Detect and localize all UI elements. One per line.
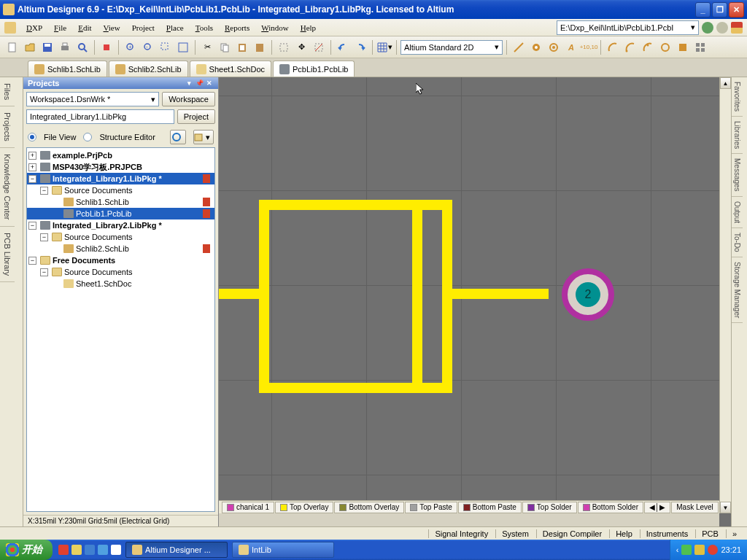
layer-tab-top-paste[interactable]: Top Paste bbox=[405, 502, 457, 513]
tray-icon[interactable] bbox=[694, 545, 705, 555]
path-combo[interactable]: E:\Dxp_Keil\IntLib\PcbLib1.PcbI▾ bbox=[557, 20, 699, 35]
open-button[interactable] bbox=[22, 39, 38, 55]
panel-header[interactable]: Projects ▾ 📌 ✕ bbox=[23, 77, 218, 89]
footer-tab-instruments[interactable]: Instruments bbox=[640, 529, 694, 538]
select-button[interactable] bbox=[276, 39, 292, 55]
menu-file[interactable]: File bbox=[48, 22, 72, 34]
side-tab-files[interactable]: Files bbox=[0, 77, 15, 106]
move-button[interactable]: ✥ bbox=[293, 39, 309, 55]
tree-expander[interactable]: − bbox=[28, 257, 36, 265]
place-fill-button[interactable] bbox=[675, 39, 691, 55]
close-button[interactable]: ✕ bbox=[729, 2, 744, 18]
mask-level-button[interactable]: Mask Level bbox=[671, 502, 719, 513]
pcb-canvas[interactable]: 2 chanical 1 Top Overlay Bottom Overlay … bbox=[219, 77, 731, 526]
clock[interactable]: 23:21 bbox=[721, 545, 741, 554]
tree-expander[interactable]: − bbox=[40, 187, 48, 195]
vertical-scrollbar[interactable]: ▲ ▼ bbox=[719, 77, 731, 513]
zoom-in-button[interactable]: + bbox=[123, 39, 139, 55]
copy-button[interactable] bbox=[217, 39, 233, 55]
tree-expander[interactable]: − bbox=[28, 175, 36, 183]
layer-tab-top-solder[interactable]: Top Solder bbox=[522, 502, 577, 513]
workspace-combo[interactable]: Workspace1.DsnWrk *▾ bbox=[26, 92, 159, 106]
tab-schlib2[interactable]: Schlib2.SchLib bbox=[109, 61, 188, 77]
side-tab-libraries[interactable]: Libraries bbox=[732, 117, 743, 154]
footer-tab-pcb[interactable]: PCB bbox=[695, 529, 724, 538]
tree-expander[interactable]: − bbox=[40, 268, 48, 276]
tree-expander[interactable]: − bbox=[28, 222, 36, 230]
menu-dxp[interactable]: DDXPXP bbox=[20, 22, 48, 34]
tree-row[interactable]: Schlib1.SchLib bbox=[27, 196, 214, 208]
side-tab-output[interactable]: Output bbox=[732, 197, 743, 228]
quick-launch-icon[interactable] bbox=[98, 545, 108, 555]
quick-launch-icon[interactable] bbox=[111, 545, 121, 555]
paste-button[interactable] bbox=[234, 39, 250, 55]
tray-icon[interactable] bbox=[708, 545, 718, 555]
radio-structure[interactable] bbox=[83, 133, 92, 141]
tree-row[interactable]: PcbLib1.PcbLib bbox=[27, 208, 214, 219]
quick-launch-icon[interactable] bbox=[85, 545, 95, 555]
layer-tab-mechanical[interactable]: chanical 1 bbox=[222, 502, 274, 513]
panel-close-icon[interactable]: ✕ bbox=[205, 79, 214, 88]
place-line-button[interactable] bbox=[511, 39, 527, 55]
minimize-button[interactable]: _ bbox=[695, 2, 711, 18]
start-button[interactable]: 开始 bbox=[0, 540, 53, 560]
place-arc-any-button[interactable] bbox=[640, 39, 656, 55]
app-menu-icon[interactable] bbox=[4, 22, 16, 34]
horizontal-scrollbar[interactable] bbox=[219, 513, 719, 526]
tree-row[interactable]: −Source Documents bbox=[27, 184, 214, 196]
save-button[interactable] bbox=[39, 39, 55, 55]
menu-place[interactable]: Place bbox=[160, 22, 190, 34]
place-array-button[interactable] bbox=[692, 39, 708, 55]
nav-back-icon[interactable] bbox=[702, 22, 713, 34]
zoom-fit-button[interactable] bbox=[175, 39, 191, 55]
tab-schlib1[interactable]: Schlib1.SchLib bbox=[28, 61, 107, 77]
view-mode-combo[interactable]: Altium Standard 2D▾ bbox=[400, 40, 503, 55]
side-tab-knowledge[interactable]: Knowledge Center bbox=[0, 148, 15, 227]
tree-expander[interactable]: − bbox=[40, 233, 48, 241]
tree-row[interactable]: −Integrated_Library2.LibPkg * bbox=[27, 219, 214, 231]
tree-row[interactable]: +example.PrjPcb bbox=[27, 149, 214, 161]
tree-row[interactable]: −Source Documents bbox=[27, 231, 214, 243]
radio-file-view[interactable] bbox=[28, 133, 36, 141]
project-tree[interactable]: +example.PrjPcb+MSP430学习板.PRJPCB−Integra… bbox=[26, 147, 215, 512]
tree-expander[interactable]: + bbox=[28, 152, 36, 160]
undo-button[interactable] bbox=[335, 39, 351, 55]
paste-special-button[interactable] bbox=[252, 39, 268, 55]
tab-sheet1[interactable]: Sheet1.SchDoc bbox=[190, 61, 271, 77]
home-icon[interactable] bbox=[731, 22, 743, 34]
project-button[interactable]: Project bbox=[177, 109, 215, 124]
place-via-button[interactable] bbox=[546, 39, 562, 55]
tray-icon[interactable] bbox=[681, 545, 692, 555]
component-button[interactable] bbox=[98, 39, 115, 55]
place-full-circle-button[interactable] bbox=[657, 39, 673, 55]
layer-nav[interactable]: ◀│▶ bbox=[644, 502, 670, 513]
menu-edit[interactable]: Edit bbox=[72, 22, 97, 34]
layer-tab-bottom-solder[interactable]: Bottom Solder bbox=[578, 502, 643, 513]
menu-project[interactable]: Project bbox=[126, 22, 160, 34]
footer-tab-help[interactable]: Help bbox=[609, 529, 638, 538]
redo-button[interactable] bbox=[352, 39, 368, 55]
grid-button[interactable]: ▾ bbox=[376, 39, 392, 55]
tree-row[interactable]: −Free Documents bbox=[27, 254, 214, 266]
place-pad-button[interactable] bbox=[528, 39, 544, 55]
layer-tab-bottom-overlay[interactable]: Bottom Overlay bbox=[334, 502, 404, 513]
menu-window[interactable]: Window bbox=[255, 22, 294, 34]
nav-fwd-icon[interactable] bbox=[716, 22, 728, 34]
panel-refresh-button[interactable] bbox=[170, 130, 186, 144]
side-tab-messages[interactable]: Messages bbox=[732, 154, 743, 197]
side-tab-storage[interactable]: Storage Manager bbox=[732, 257, 743, 323]
preview-button[interactable] bbox=[74, 39, 90, 55]
quick-launch-icon[interactable] bbox=[58, 545, 69, 555]
menu-view[interactable]: View bbox=[98, 22, 126, 34]
zoom-out-button[interactable]: - bbox=[140, 39, 156, 55]
panel-pin-icon[interactable]: 📌 bbox=[195, 79, 204, 88]
tree-row[interactable]: −Integrated_Library1.LibPkg * bbox=[27, 173, 214, 184]
workspace-button[interactable]: Workspace bbox=[162, 92, 215, 106]
menu-tools[interactable]: Tools bbox=[190, 22, 219, 34]
quick-launch-icon[interactable] bbox=[71, 545, 82, 555]
tree-row[interactable]: +MSP430学习板.PRJPCB bbox=[27, 161, 214, 173]
tree-row[interactable]: −Source Documents bbox=[27, 266, 214, 278]
footer-tab-design[interactable]: Design Compiler bbox=[536, 529, 608, 538]
footer-tab-system[interactable]: System bbox=[495, 529, 535, 538]
new-button[interactable] bbox=[4, 39, 20, 55]
